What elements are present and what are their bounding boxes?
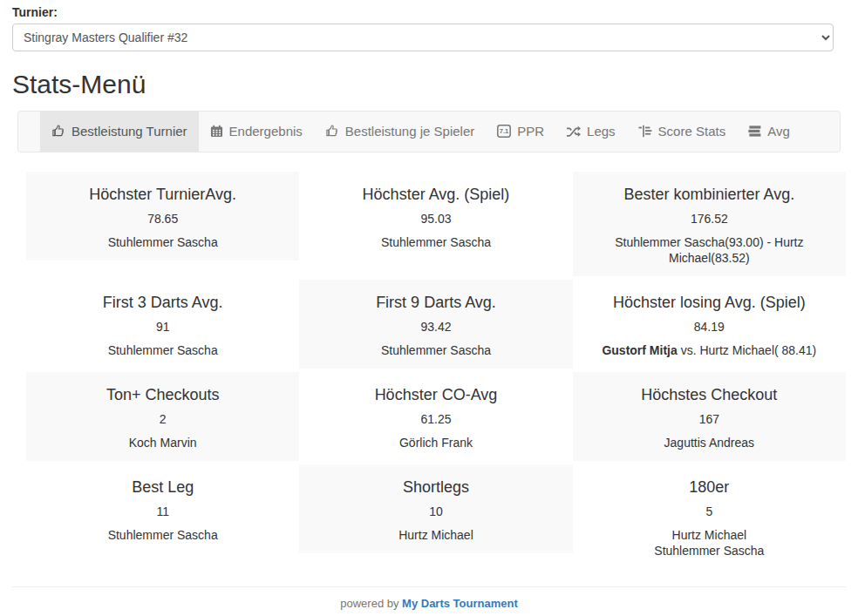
stat-value: 78.65	[39, 212, 286, 226]
stat-holder: Koch Marvin	[39, 435, 286, 450]
page-title: Stats-Menü	[12, 71, 846, 98]
stat-value: 11	[39, 504, 286, 518]
stat-title: Höchster TurnierAvg.	[39, 186, 286, 203]
stat-holder: Stuhlemmer Sascha	[39, 342, 286, 358]
ppr-badge-icon: 7.1	[497, 125, 511, 138]
stat-title: Ton+ Checkouts	[39, 386, 286, 403]
tab-avg[interactable]: Avg	[737, 112, 801, 152]
stat-holder-group: Görlich Frank	[312, 435, 559, 450]
stat-holder-group: Stuhlemmer Sascha(93.00) - Hurtz Michael…	[586, 234, 833, 266]
stat-title: Best Leg	[39, 478, 286, 496]
stat-holder: Stuhlemmer Sascha	[586, 543, 833, 558]
stat-card: Ton+ Checkouts 2 Koch Marvin	[26, 372, 299, 461]
stat-title: First 3 Darts Avg.	[39, 294, 286, 311]
stat-holder: Stuhlemmer Sascha	[312, 342, 559, 358]
stat-holder: Stuhlemmer Sascha	[312, 234, 559, 250]
tab-score-stats[interactable]: Score Stats	[627, 112, 738, 152]
stat-card: 180er 5 Hurtz MichaelStuhlemmer Sascha	[573, 464, 846, 569]
stat-value: 91	[39, 320, 286, 334]
stat-value: 167	[586, 412, 833, 426]
stat-title: 180er	[586, 478, 833, 496]
calendar-icon	[210, 125, 223, 138]
tab-label: Bestleistung je Spieler	[345, 124, 474, 139]
tab-label: Score Stats	[658, 124, 726, 139]
svg-text:7.1: 7.1	[500, 127, 508, 135]
stat-card: Shortlegs 10 Hurtz Michael	[299, 464, 572, 553]
thumbs-up-icon	[51, 125, 65, 138]
stat-title: Höchster Avg. (Spiel)	[312, 186, 559, 203]
stat-holder-group: Jaguttis Andreas	[586, 435, 833, 450]
stat-holder-group: Gustorf Mitja vs. Hurtz Michael( 88.41)	[586, 342, 833, 358]
stat-holder-group: Stuhlemmer Sascha	[312, 342, 559, 358]
stat-holder: Jaguttis Andreas	[586, 435, 833, 450]
stat-card: Höchster losing Avg. (Spiel) 84.19 Gusto…	[573, 280, 846, 369]
stat-card: Höchster Avg. (Spiel) 95.03 Stuhlemmer S…	[299, 172, 572, 261]
tab-label: PPR	[517, 124, 544, 139]
tournament-label: Turnier:	[12, 5, 834, 19]
stat-holder: Hurtz Michael	[586, 527, 833, 543]
shuffle-icon	[567, 125, 581, 138]
tab-bestleistung-turnier[interactable]: Bestleistung Turnier	[40, 112, 199, 152]
stat-holder-group: Stuhlemmer Sascha	[39, 527, 286, 543]
tournament-select[interactable]: Stingray Masters Qualifier #32	[12, 24, 834, 51]
stat-holder: Hurtz Michael	[312, 527, 559, 543]
tournament-selector-section: Turnier: Stingray Masters Qualifier #32	[0, 0, 858, 51]
stat-holder-group: Stuhlemmer Sascha	[39, 234, 286, 250]
stat-title: Höchster CO-Avg	[312, 386, 559, 403]
tab-ppr[interactable]: 7.1 PPR	[486, 112, 555, 152]
stat-value: 61.25	[312, 412, 559, 426]
stats-card-grid: Höchster TurnierAvg. 78.65 Stuhlemmer Sa…	[26, 172, 846, 569]
stat-card: Höchstes Checkout 167 Jaguttis Andreas	[573, 372, 846, 461]
footer-divider	[12, 586, 846, 587]
powered-by-text: powered by	[340, 597, 402, 610]
avg-bars-icon	[748, 125, 761, 137]
stat-value: 176.52	[586, 212, 833, 226]
stat-card: First 9 Darts Avg. 93.42 Stuhlemmer Sasc…	[299, 280, 572, 369]
brand-link[interactable]: My Darts Tournament	[402, 597, 518, 610]
stats-tab-bar: Bestleistung Turnier Endergebnis Bestlei…	[17, 111, 841, 152]
stat-value: 5	[586, 504, 833, 518]
tab-bestleistung-je-spieler[interactable]: Bestleistung je Spieler	[314, 112, 486, 152]
stat-card: Höchster CO-Avg 61.25 Görlich Frank	[299, 372, 572, 461]
footer: powered by My Darts Tournament Disclaime…	[0, 597, 858, 616]
stat-card: Bester kombinierter Avg. 176.52 Stuhlemm…	[573, 172, 846, 276]
stat-holder: Stuhlemmer Sascha	[39, 527, 286, 543]
stat-holder: Stuhlemmer Sascha	[39, 234, 286, 250]
stat-holder-group: Koch Marvin	[39, 435, 286, 450]
tab-label: Avg	[767, 124, 790, 139]
stat-title: Höchstes Checkout	[586, 386, 833, 403]
stat-holder: Stuhlemmer Sascha(93.00) - Hurtz Michael…	[586, 234, 833, 266]
stat-holder-group: Hurtz MichaelStuhlemmer Sascha	[586, 527, 833, 558]
tab-endergebnis[interactable]: Endergebnis	[199, 112, 314, 152]
stat-holder: Görlich Frank	[312, 435, 559, 450]
stat-card: Höchster TurnierAvg. 78.65 Stuhlemmer Sa…	[26, 172, 299, 261]
stat-holder-group: Stuhlemmer Sascha	[39, 342, 286, 358]
stat-value: 2	[39, 412, 286, 426]
stat-title: Höchster losing Avg. (Spiel)	[586, 294, 833, 311]
stat-title: Bester kombinierter Avg.	[586, 186, 833, 203]
thumbs-up-icon	[325, 125, 339, 138]
tab-label: Endergebnis	[229, 124, 303, 139]
tab-legs[interactable]: Legs	[555, 112, 627, 152]
stat-holder-group: Hurtz Michael	[312, 527, 559, 543]
tab-label: Legs	[587, 124, 616, 139]
powered-by-line: powered by My Darts Tournament	[0, 597, 858, 610]
stat-value: 10	[312, 504, 559, 518]
score-stats-icon	[638, 125, 652, 138]
stat-value: 93.42	[312, 320, 559, 334]
stat-value: 95.03	[312, 212, 559, 226]
stat-card: Best Leg 11 Stuhlemmer Sascha	[26, 464, 299, 553]
stat-value: 84.19	[586, 320, 833, 334]
stat-title: First 9 Darts Avg.	[312, 294, 559, 311]
stat-holder: Gustorf Mitja vs. Hurtz Michael( 88.41)	[586, 342, 833, 358]
stat-title: Shortlegs	[312, 478, 559, 496]
stat-card: First 3 Darts Avg. 91 Stuhlemmer Sascha	[26, 280, 299, 369]
tab-label: Bestleistung Turnier	[72, 124, 187, 139]
stat-holder-group: Stuhlemmer Sascha	[312, 234, 559, 250]
